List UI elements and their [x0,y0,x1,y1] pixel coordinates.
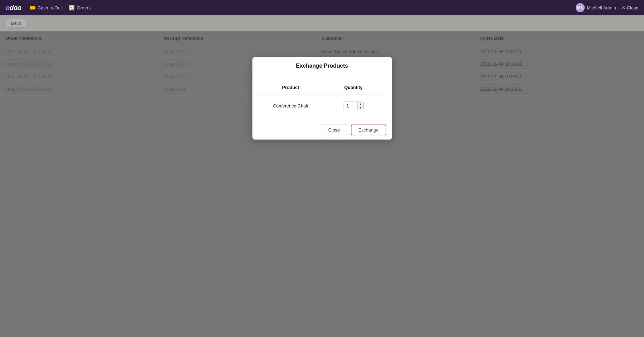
quantity-decrement-button[interactable]: ▼ [358,106,364,110]
nav-cash-in-out[interactable]: 💳 Cash In/Out [30,5,62,10]
modal-table-header: Product Quantity [259,82,385,95]
modal-col-product: Product [259,85,322,90]
user-menu[interactable]: MA Mitchell Admin [576,3,616,12]
quantity-input-wrapper: ▲ ▼ [343,102,364,110]
odoo-logo[interactable]: odoo [6,4,21,12]
main-content: Back Order Reference Receipt Reference C… [0,15,644,337]
modal-title: Exchange Products [259,63,385,69]
user-name: Mitchell Admin [587,5,616,10]
modal-body: Product Quantity Conference Chair ▲ ▼ [252,75,392,120]
orders-icon: 🔁 [69,5,75,10]
modal-exchange-button[interactable]: Exchange [351,125,386,135]
modal-header: Exchange Products [252,57,392,75]
modal-product-row: Conference Chair ▲ ▼ [259,99,385,113]
nav-orders-label: Orders [77,5,91,10]
modal-product-name: Conference Chair [259,103,322,108]
topbar: odoo 💳 Cash In/Out 🔁 Orders MA Mitchell … [0,0,644,15]
quantity-increment-button[interactable]: ▲ [358,102,364,106]
nav-orders[interactable]: 🔁 Orders [69,5,91,10]
modal-quantity-cell: ▲ ▼ [322,102,385,110]
exchange-products-modal: Exchange Products Product Quantity Confe… [252,57,392,140]
close-button[interactable]: ✕ Close [622,5,638,10]
modal-footer: Close Exchange [252,120,392,140]
nav-cash-label: Cash In/Out [38,5,62,10]
modal-col-quantity: Quantity [322,85,385,90]
close-label: Close [627,5,638,10]
cash-icon: 💳 [30,5,36,10]
modal-overlay: Exchange Products Product Quantity Confe… [0,15,644,337]
topbar-right: MA Mitchell Admin ✕ Close [576,3,638,12]
avatar: MA [576,3,585,12]
close-icon: ✕ [622,5,626,10]
quantity-spinners: ▲ ▼ [357,102,364,110]
quantity-input[interactable] [343,102,357,110]
topbar-nav: 💳 Cash In/Out 🔁 Orders [30,5,567,10]
modal-close-button[interactable]: Close [321,125,347,135]
